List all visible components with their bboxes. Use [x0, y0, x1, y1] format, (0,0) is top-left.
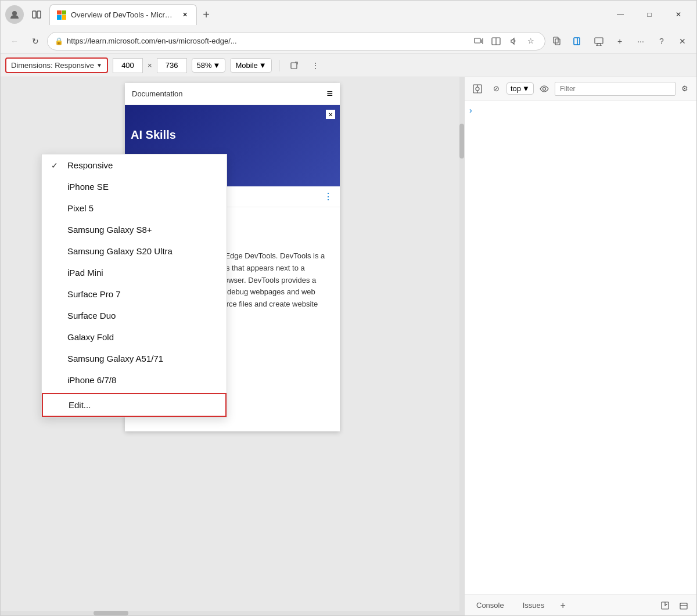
dropdown-item-ipad-mini[interactable]: iPad Mini [42, 262, 227, 283]
check-icon: ✓ [51, 161, 60, 170]
more-options-icon[interactable]: ⋮ [307, 57, 324, 74]
height-input[interactable] [157, 58, 187, 73]
top-arrow-icon: ▼ [522, 84, 530, 93]
address-icons: ☆ [472, 34, 538, 48]
svg-rect-7 [555, 39, 560, 45]
minimize-btn[interactable]: — [607, 5, 634, 24]
mobile-dropdown-btn[interactable]: Mobile ▼ [230, 58, 271, 73]
dropdown-item-iphone-678[interactable]: iPhone 6/7/8 [42, 369, 227, 391]
bottom-right-icons [657, 597, 692, 614]
address-bar-input[interactable]: 🔒 https://learn.microsoft.com/en-us/micr… [47, 32, 545, 51]
favorites-icon[interactable]: ☆ [524, 34, 538, 48]
add-tab-btn[interactable]: + [556, 599, 570, 613]
settings-more-btn[interactable]: ··· [631, 32, 650, 51]
svg-point-0 [12, 11, 17, 16]
split-screen-icon[interactable] [489, 34, 503, 48]
chevron-right-icon[interactable]: › [469, 106, 472, 115]
mobile-nav: Documentation ≡ [125, 83, 340, 105]
scrollbar-thumb [459, 124, 464, 158]
dropdown-item-pixel5[interactable]: Pixel 5 [42, 197, 227, 219]
devtools-settings-btn[interactable]: ⚙ [678, 82, 692, 96]
zoom-btn[interactable]: 58% ▼ [192, 58, 226, 73]
hero-text: AI Skills [131, 128, 176, 142]
width-input[interactable] [113, 58, 143, 73]
profile-icon[interactable] [5, 5, 24, 24]
browser-tab[interactable]: Overview of DevTools - Microsof ✕ [49, 4, 197, 25]
back-btn[interactable]: ← [5, 32, 24, 51]
tab-bar: Overview of DevTools - Microsof ✕ + [49, 4, 602, 25]
svg-point-17 [542, 87, 545, 90]
sidebar-toggle-btn[interactable] [28, 6, 45, 23]
dimensions-dropdown: ✓ Responsive iPhone SE Pixel 5 Samsung G… [41, 154, 227, 417]
svg-rect-10 [595, 38, 603, 44]
main-area: Documentation ≡ ✕ AI Skills egister now … [1, 77, 696, 615]
dropdown-item-galaxy-fold[interactable]: Galaxy Fold [42, 326, 227, 348]
mobile-menu-icon[interactable]: ≡ [326, 88, 333, 100]
dropdown-item-samsung-s20[interactable]: Samsung Galaxy S20 Ultra [42, 240, 227, 262]
refresh-btn[interactable]: ↻ [26, 32, 45, 51]
tab-title: Overview of DevTools - Microsof [71, 10, 175, 19]
zoom-arrow-icon: ▼ [213, 61, 221, 70]
address-bar: ← ↻ 🔒 https://learn.microsoft.com/en-us/… [1, 28, 696, 54]
h-scrollbar-thumb [94, 611, 128, 615]
lock-icon: 🔒 [55, 37, 63, 45]
tab-close-btn[interactable]: ✕ [180, 10, 189, 20]
top-selector[interactable]: top ▼ [506, 82, 534, 95]
mobile-label: Mobile [235, 61, 257, 70]
profile-icon2[interactable] [590, 32, 608, 51]
eye-btn[interactable] [536, 81, 552, 97]
dropdown-item-surface-pro7[interactable]: Surface Pro 7 [42, 283, 227, 305]
mobile-arrow-icon: ▼ [259, 61, 267, 70]
mobile-doc-text: Documentation [132, 89, 182, 98]
dropdown-item-samsung-s8[interactable]: Samsung Galaxy S8+ [42, 219, 227, 240]
dimensions-dropdown-btn[interactable]: Dimensions: Responsive ▼ [5, 57, 108, 73]
window-controls: — □ ✕ [607, 5, 692, 24]
svg-rect-8 [574, 38, 580, 45]
svg-rect-2 [37, 11, 41, 18]
collections-icon[interactable] [548, 32, 566, 51]
new-tab-btn[interactable]: + [197, 5, 215, 24]
maximize-btn[interactable]: □ [636, 5, 663, 24]
toolbar-separator [279, 60, 279, 71]
dropdown-item-surface-duo[interactable]: Surface Duo [42, 305, 227, 326]
device-toggle-btn[interactable]: ⊘ [488, 81, 504, 97]
url-text: https://learn.microsoft.com/en-us/micros… [67, 37, 468, 45]
dropdown-item-responsive[interactable]: ✓ Responsive [42, 154, 227, 176]
svg-rect-19 [680, 603, 687, 609]
horizontal-scrollbar[interactable] [1, 611, 459, 615]
dimensions-label: Dimensions: Responsive [11, 61, 94, 70]
dimensions-arrow-icon: ▼ [96, 62, 102, 69]
dock-icon[interactable] [657, 597, 673, 614]
console-tab[interactable]: Console [469, 599, 511, 612]
viewport-scrollbar[interactable] [459, 77, 464, 615]
svg-rect-6 [554, 37, 558, 43]
svg-rect-3 [475, 38, 480, 43]
hero-close-btn[interactable]: ✕ [326, 110, 335, 119]
filter-input[interactable] [555, 82, 676, 96]
undock-icon[interactable] [676, 597, 692, 614]
close-btn[interactable]: ✕ [665, 5, 692, 24]
read-aloud-icon[interactable] [506, 34, 520, 48]
add-toolbar-btn[interactable]: + [610, 32, 629, 51]
top-label: top [511, 84, 521, 93]
help-btn[interactable]: ? [652, 32, 671, 51]
devtools-close-btn[interactable]: ✕ [673, 32, 692, 51]
devtools-toolbar: ⊘ top ▼ ⚙ [465, 77, 696, 100]
browser-sidebar-icon[interactable] [569, 32, 587, 51]
rotate-icon[interactable] [286, 57, 303, 74]
cast-icon[interactable] [472, 34, 486, 48]
three-dots-icon[interactable]: ⋮ [324, 191, 333, 202]
title-bar: Overview of DevTools - Microsof ✕ + — □ … [1, 1, 696, 28]
devtools-bottom-tabs: Console Issues + [465, 595, 696, 615]
browser-toolbar: + ··· ? ✕ [548, 32, 692, 51]
svg-rect-1 [33, 11, 36, 18]
element-picker-btn[interactable] [469, 81, 486, 97]
devtools-content: › [465, 100, 696, 595]
devtools-panel: ⊘ top ▼ ⚙ › Console [464, 77, 696, 615]
svg-rect-12 [291, 63, 297, 69]
times-sign: × [148, 61, 152, 70]
issues-tab[interactable]: Issues [516, 599, 552, 612]
dropdown-item-edit[interactable]: Edit... [42, 393, 227, 417]
dropdown-item-iphone-se[interactable]: iPhone SE [42, 176, 227, 197]
dropdown-item-samsung-a51[interactable]: Samsung Galaxy A51/71 [42, 348, 227, 369]
